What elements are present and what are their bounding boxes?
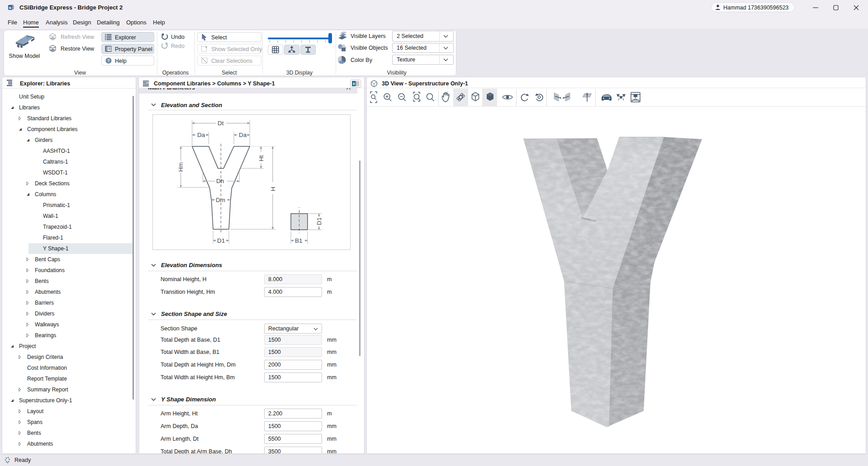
svg-text:Dt: Dt [218,120,224,127]
svg-text:Hm: Hm [177,162,184,172]
svg-text:B1: B1 [295,237,303,244]
svg-text:Da: Da [197,132,205,138]
svg-text:Ht: Ht [258,155,265,161]
svg-text:H: H [270,187,276,191]
svg-text:D1: D1 [217,237,225,244]
svg-text:Dh: Dh [216,178,224,184]
svg-text:x: x [353,81,355,86]
svg-text:Da: Da [239,132,247,138]
svg-text:D1: D1 [316,217,323,225]
svg-text:Dm: Dm [216,197,225,203]
